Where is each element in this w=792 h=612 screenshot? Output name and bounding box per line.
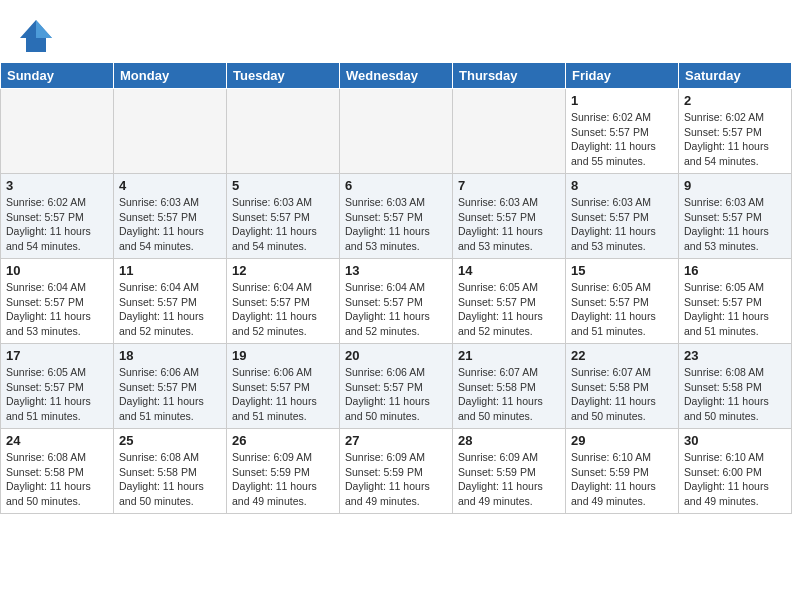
calendar-day-cell xyxy=(114,89,227,174)
header xyxy=(0,0,792,62)
calendar-day-cell: 7Sunrise: 6:03 AMSunset: 5:57 PMDaylight… xyxy=(453,174,566,259)
sunrise-label: Sunrise: 6:06 AM xyxy=(232,366,312,378)
calendar-day-cell: 4Sunrise: 6:03 AMSunset: 5:57 PMDaylight… xyxy=(114,174,227,259)
sunset-label: Sunset: 5:57 PM xyxy=(684,211,762,223)
day-info: Sunrise: 6:05 AMSunset: 5:57 PMDaylight:… xyxy=(6,365,108,424)
sunset-label: Sunset: 5:57 PM xyxy=(684,296,762,308)
sunrise-label: Sunrise: 6:05 AM xyxy=(684,281,764,293)
sunset-label: Sunset: 5:57 PM xyxy=(6,296,84,308)
calendar-week-row: 3Sunrise: 6:02 AMSunset: 5:57 PMDaylight… xyxy=(1,174,792,259)
calendar-week-row: 24Sunrise: 6:08 AMSunset: 5:58 PMDayligh… xyxy=(1,429,792,514)
sunrise-label: Sunrise: 6:05 AM xyxy=(571,281,651,293)
day-info: Sunrise: 6:02 AMSunset: 5:57 PMDaylight:… xyxy=(571,110,673,169)
sunrise-label: Sunrise: 6:09 AM xyxy=(458,451,538,463)
page: SundayMondayTuesdayWednesdayThursdayFrid… xyxy=(0,0,792,612)
sunset-label: Sunset: 5:59 PM xyxy=(571,466,649,478)
sunrise-label: Sunrise: 6:07 AM xyxy=(571,366,651,378)
calendar-day-cell: 8Sunrise: 6:03 AMSunset: 5:57 PMDaylight… xyxy=(566,174,679,259)
daylight-label: Daylight: 11 hours and 51 minutes. xyxy=(684,310,769,337)
sunset-label: Sunset: 5:57 PM xyxy=(232,296,310,308)
daylight-label: Daylight: 11 hours and 50 minutes. xyxy=(6,480,91,507)
calendar-week-row: 17Sunrise: 6:05 AMSunset: 5:57 PMDayligh… xyxy=(1,344,792,429)
daylight-label: Daylight: 11 hours and 55 minutes. xyxy=(571,140,656,167)
sunrise-label: Sunrise: 6:05 AM xyxy=(458,281,538,293)
sunset-label: Sunset: 5:57 PM xyxy=(6,381,84,393)
calendar-day-cell: 5Sunrise: 6:03 AMSunset: 5:57 PMDaylight… xyxy=(227,174,340,259)
day-number: 15 xyxy=(571,263,673,278)
sunrise-label: Sunrise: 6:03 AM xyxy=(684,196,764,208)
calendar-day-cell: 20Sunrise: 6:06 AMSunset: 5:57 PMDayligh… xyxy=(340,344,453,429)
daylight-label: Daylight: 11 hours and 52 minutes. xyxy=(232,310,317,337)
calendar-day-cell: 15Sunrise: 6:05 AMSunset: 5:57 PMDayligh… xyxy=(566,259,679,344)
daylight-label: Daylight: 11 hours and 53 minutes. xyxy=(458,225,543,252)
day-number: 10 xyxy=(6,263,108,278)
sunset-label: Sunset: 6:00 PM xyxy=(684,466,762,478)
sunset-label: Sunset: 5:59 PM xyxy=(345,466,423,478)
calendar-day-cell: 30Sunrise: 6:10 AMSunset: 6:00 PMDayligh… xyxy=(679,429,792,514)
sunrise-label: Sunrise: 6:03 AM xyxy=(232,196,312,208)
calendar-day-cell: 28Sunrise: 6:09 AMSunset: 5:59 PMDayligh… xyxy=(453,429,566,514)
day-info: Sunrise: 6:06 AMSunset: 5:57 PMDaylight:… xyxy=(232,365,334,424)
day-info: Sunrise: 6:04 AMSunset: 5:57 PMDaylight:… xyxy=(119,280,221,339)
calendar-header-thursday: Thursday xyxy=(453,63,566,89)
day-info: Sunrise: 6:09 AMSunset: 5:59 PMDaylight:… xyxy=(232,450,334,509)
calendar-header-saturday: Saturday xyxy=(679,63,792,89)
sunrise-label: Sunrise: 6:08 AM xyxy=(684,366,764,378)
daylight-label: Daylight: 11 hours and 54 minutes. xyxy=(232,225,317,252)
daylight-label: Daylight: 11 hours and 53 minutes. xyxy=(6,310,91,337)
day-info: Sunrise: 6:06 AMSunset: 5:57 PMDaylight:… xyxy=(119,365,221,424)
day-number: 5 xyxy=(232,178,334,193)
sunset-label: Sunset: 5:57 PM xyxy=(684,126,762,138)
sunset-label: Sunset: 5:57 PM xyxy=(571,296,649,308)
calendar-day-cell xyxy=(453,89,566,174)
sunset-label: Sunset: 5:58 PM xyxy=(684,381,762,393)
sunrise-label: Sunrise: 6:06 AM xyxy=(345,366,425,378)
sunset-label: Sunset: 5:59 PM xyxy=(232,466,310,478)
daylight-label: Daylight: 11 hours and 51 minutes. xyxy=(119,395,204,422)
day-number: 8 xyxy=(571,178,673,193)
sunrise-label: Sunrise: 6:10 AM xyxy=(571,451,651,463)
daylight-label: Daylight: 11 hours and 54 minutes. xyxy=(119,225,204,252)
daylight-label: Daylight: 11 hours and 53 minutes. xyxy=(684,225,769,252)
day-number: 1 xyxy=(571,93,673,108)
daylight-label: Daylight: 11 hours and 51 minutes. xyxy=(571,310,656,337)
calendar-day-cell: 12Sunrise: 6:04 AMSunset: 5:57 PMDayligh… xyxy=(227,259,340,344)
daylight-label: Daylight: 11 hours and 49 minutes. xyxy=(458,480,543,507)
day-number: 21 xyxy=(458,348,560,363)
calendar-table: SundayMondayTuesdayWednesdayThursdayFrid… xyxy=(0,62,792,514)
day-number: 3 xyxy=(6,178,108,193)
daylight-label: Daylight: 11 hours and 50 minutes. xyxy=(684,395,769,422)
sunrise-label: Sunrise: 6:09 AM xyxy=(232,451,312,463)
day-info: Sunrise: 6:02 AMSunset: 5:57 PMDaylight:… xyxy=(6,195,108,254)
daylight-label: Daylight: 11 hours and 54 minutes. xyxy=(6,225,91,252)
day-number: 17 xyxy=(6,348,108,363)
calendar-day-cell: 3Sunrise: 6:02 AMSunset: 5:57 PMDaylight… xyxy=(1,174,114,259)
daylight-label: Daylight: 11 hours and 52 minutes. xyxy=(345,310,430,337)
calendar-header-wednesday: Wednesday xyxy=(340,63,453,89)
sunset-label: Sunset: 5:57 PM xyxy=(119,296,197,308)
day-info: Sunrise: 6:05 AMSunset: 5:57 PMDaylight:… xyxy=(571,280,673,339)
sunrise-label: Sunrise: 6:05 AM xyxy=(6,366,86,378)
calendar-day-cell: 25Sunrise: 6:08 AMSunset: 5:58 PMDayligh… xyxy=(114,429,227,514)
logo-icon xyxy=(18,18,54,54)
calendar-day-cell xyxy=(1,89,114,174)
day-number: 12 xyxy=(232,263,334,278)
day-info: Sunrise: 6:05 AMSunset: 5:57 PMDaylight:… xyxy=(684,280,786,339)
daylight-label: Daylight: 11 hours and 54 minutes. xyxy=(684,140,769,167)
sunrise-label: Sunrise: 6:02 AM xyxy=(6,196,86,208)
calendar-day-cell: 16Sunrise: 6:05 AMSunset: 5:57 PMDayligh… xyxy=(679,259,792,344)
daylight-label: Daylight: 11 hours and 50 minutes. xyxy=(458,395,543,422)
day-info: Sunrise: 6:07 AMSunset: 5:58 PMDaylight:… xyxy=(571,365,673,424)
sunrise-label: Sunrise: 6:10 AM xyxy=(684,451,764,463)
logo xyxy=(18,18,58,54)
sunset-label: Sunset: 5:57 PM xyxy=(571,126,649,138)
day-info: Sunrise: 6:07 AMSunset: 5:58 PMDaylight:… xyxy=(458,365,560,424)
day-number: 22 xyxy=(571,348,673,363)
sunset-label: Sunset: 5:57 PM xyxy=(458,211,536,223)
sunset-label: Sunset: 5:57 PM xyxy=(232,211,310,223)
daylight-label: Daylight: 11 hours and 51 minutes. xyxy=(6,395,91,422)
svg-marker-1 xyxy=(36,20,52,38)
day-info: Sunrise: 6:03 AMSunset: 5:57 PMDaylight:… xyxy=(684,195,786,254)
day-info: Sunrise: 6:03 AMSunset: 5:57 PMDaylight:… xyxy=(119,195,221,254)
day-number: 2 xyxy=(684,93,786,108)
